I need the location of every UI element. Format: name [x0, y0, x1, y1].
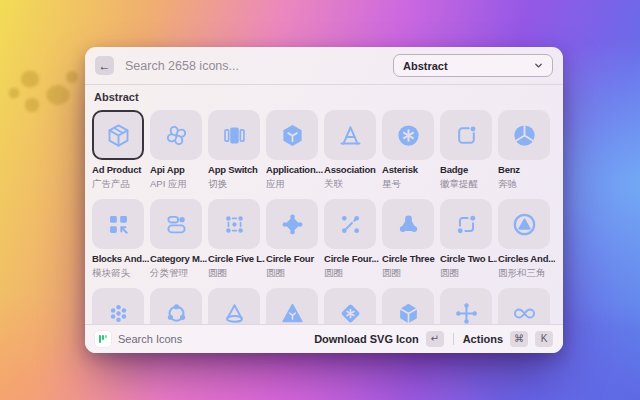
app-switch-icon: [221, 122, 248, 149]
icon-sublabel: 圆圈: [324, 267, 381, 279]
command-key-icon: ⌘: [510, 331, 528, 347]
circle-asterisk-icon: [395, 122, 422, 149]
circle-asterisk-tile[interactable]: [382, 110, 434, 160]
icon-label: Category M...: [150, 253, 207, 265]
circle-triangle-tile[interactable]: [498, 199, 550, 249]
icon-cell: Blocks And...模块箭头: [92, 199, 150, 288]
network-circle-icon: [163, 300, 190, 325]
section-title: Abstract: [94, 91, 556, 104]
badge-dot-tile[interactable]: [440, 110, 492, 160]
cube-y-icon: [395, 300, 422, 325]
api-swirl-tile[interactable]: [150, 110, 202, 160]
icon-cell: [440, 288, 498, 324]
circle-three-icon: [395, 211, 422, 238]
icon-label: Blocks And...: [92, 253, 149, 265]
icon-cell: Circle Four...圆圈: [324, 199, 382, 288]
icon-sublabel: 圆圈: [208, 267, 265, 279]
k-key-icon: K: [535, 331, 553, 347]
icon-cell: [324, 288, 382, 324]
icon-cell: Api AppAPI 应用: [150, 110, 208, 199]
api-swirl-icon: [163, 122, 190, 149]
cross-dots-icon: [453, 300, 480, 325]
category-tile[interactable]: [150, 199, 202, 249]
category-select-value: Abstract: [403, 60, 448, 72]
icon-label: Circle Five L...: [208, 253, 265, 265]
hexagon-y-icon: [279, 122, 306, 149]
icon-label: App Switch: [208, 164, 265, 176]
icon-sublabel: 广告产品: [92, 178, 149, 190]
icon-cell: Circle Four圆圈: [266, 199, 324, 288]
footer-separator: [453, 333, 454, 345]
icon-sublabel: 模块箭头: [92, 267, 149, 279]
icon-label: Circle Two L...: [440, 253, 497, 265]
icon-label: Asterisk: [382, 164, 439, 176]
blocks-arrow-icon: [105, 211, 132, 238]
box-3d-tile[interactable]: [92, 110, 144, 160]
blocks-arrow-tile[interactable]: [92, 199, 144, 249]
circle-two-l-icon: [453, 211, 480, 238]
diamond-asterisk-tile[interactable]: [324, 288, 376, 324]
icon-cell: [208, 288, 266, 324]
hexagon-y-tile[interactable]: [266, 110, 318, 160]
benz-star-icon: [511, 122, 538, 149]
cube-y-tile[interactable]: [382, 288, 434, 324]
app-switch-tile[interactable]: [208, 110, 260, 160]
actions-menu-button[interactable]: Actions: [463, 333, 503, 345]
icon-browser-content: Abstract Ad Product广告产品Api AppAPI 应用App …: [85, 85, 563, 324]
cross-dots-tile[interactable]: [440, 288, 492, 324]
icon-sublabel: 圆圈: [266, 267, 323, 279]
circle-five-dots-tile[interactable]: [208, 199, 260, 249]
icon-sublabel: 切换: [208, 178, 265, 190]
icon-sublabel: API 应用: [150, 178, 207, 190]
box-3d-icon: [105, 122, 132, 149]
cone-tile[interactable]: [208, 288, 260, 324]
app-logo-icon: [95, 331, 111, 347]
icon-cell: [266, 288, 324, 324]
chevron-down-icon: [534, 61, 543, 70]
infinity-icon: [511, 300, 538, 325]
infinity-tile[interactable]: [498, 288, 550, 324]
cone-icon: [221, 300, 248, 325]
diamond-asterisk-icon: [337, 300, 364, 325]
icon-cell: App Switch切换: [208, 110, 266, 199]
circle-five-dots-icon: [221, 211, 248, 238]
icon-sublabel: 关联: [324, 178, 381, 190]
icon-label: Benz: [498, 164, 555, 176]
category-icon: [163, 211, 190, 238]
icon-cell: [92, 288, 150, 324]
category-select[interactable]: Abstract: [393, 54, 553, 77]
icon-cell: Asterisk星号: [382, 110, 440, 199]
search-input[interactable]: [123, 58, 393, 74]
icon-label: Ad Product: [92, 164, 149, 176]
footer-bar: Search Icons Download SVG Icon ↵ Actions…: [85, 324, 563, 353]
circle-four-lines-tile[interactable]: [324, 199, 376, 249]
circle-three-tile[interactable]: [382, 199, 434, 249]
icon-cell: Benz奔驰: [498, 110, 556, 199]
triangle-y-tile[interactable]: [266, 288, 318, 324]
circle-two-l-tile[interactable]: [440, 199, 492, 249]
search-header: ← Abstract: [85, 47, 563, 85]
circle-four-lines-icon: [337, 211, 364, 238]
triangle-frame-tile[interactable]: [324, 110, 376, 160]
back-button[interactable]: ←: [95, 56, 114, 75]
download-svg-action[interactable]: Download SVG Icon: [314, 333, 419, 345]
icon-sublabel: 分类管理: [150, 267, 207, 279]
benz-star-tile[interactable]: [498, 110, 550, 160]
icon-cell: Association关联: [324, 110, 382, 199]
icon-cell: Circle Three圆圈: [382, 199, 440, 288]
icon-grid: Ad Product广告产品Api AppAPI 应用App Switch切换A…: [92, 110, 556, 324]
back-arrow-icon: ←: [99, 60, 111, 72]
circle-triangle-icon: [511, 211, 538, 238]
icon-search-window: ← Abstract Abstract Ad Product广告产品Api Ap…: [85, 47, 563, 353]
icon-sublabel: 星号: [382, 178, 439, 190]
icon-label: Circle Four...: [324, 253, 381, 265]
return-key-icon: ↵: [426, 331, 444, 347]
dot-cluster-tile[interactable]: [92, 288, 144, 324]
icon-sublabel: 圆圈: [440, 267, 497, 279]
icon-cell: Circle Five L...圆圈: [208, 199, 266, 288]
icon-label: Api App: [150, 164, 207, 176]
network-circle-tile[interactable]: [150, 288, 202, 324]
icon-sublabel: 徽章提醒: [440, 178, 497, 190]
circle-four-blob-tile[interactable]: [266, 199, 318, 249]
icon-label: Circle Three: [382, 253, 439, 265]
